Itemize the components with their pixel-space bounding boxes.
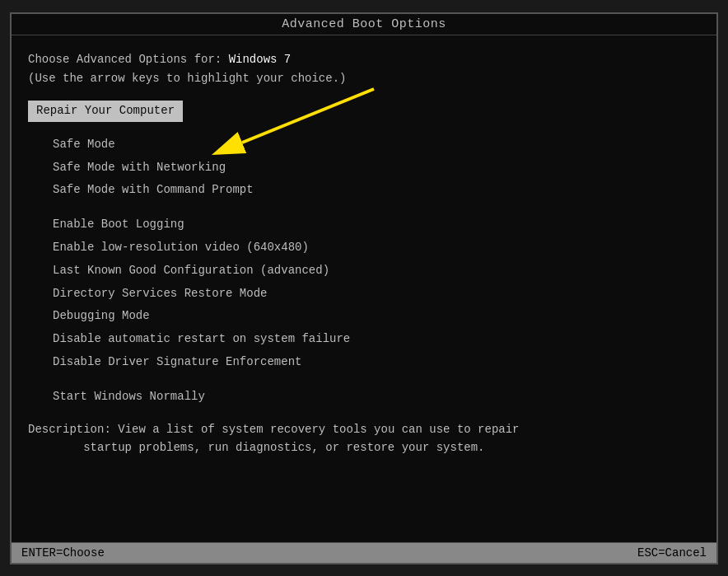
menu-item-low-res[interactable]: Enable low-resolution video (640x480) [28, 236, 700, 260]
bottom-right: ESC=Cancel [637, 546, 707, 560]
menu-item-boot-logging[interactable]: Enable Boot Logging [28, 213, 700, 236]
header-os: Windows 7 [229, 53, 292, 66]
menu-item-directory-services[interactable]: Directory Services Restore Mode [28, 283, 700, 306]
header-line2: (Use the arrow keys to highlight your ch… [28, 69, 700, 89]
title-text: Advanced Boot Options [282, 17, 446, 31]
menu-group-advanced: Enable Boot Logging Enable low-resolutio… [28, 213, 700, 374]
header-line1: Choose Advanced Options for: Windows 7 [28, 50, 700, 70]
menu-group-safe: Safe Mode Safe Mode with Networking Safe… [28, 133, 700, 202]
menu-group-repair: Repair Your Computer [28, 101, 700, 122]
header-prefix: Choose Advanced Options for: [28, 53, 229, 66]
menu-item-safe-mode[interactable]: Safe Mode [28, 133, 700, 157]
menu-item-safe-mode-cmd[interactable]: Safe Mode with Command Prompt [28, 179, 700, 202]
menu-item-disable-driver-sig[interactable]: Disable Driver Signature Enforcement [28, 351, 700, 374]
menu-group-normal: Start Windows Normally [28, 386, 700, 409]
bottom-left: ENTER=Choose [21, 546, 105, 560]
menu-item-repair[interactable]: Repair Your Computer [28, 101, 183, 122]
bottom-bar: ENTER=Choose ESC=Cancel [12, 542, 716, 563]
description-section: Description: View a list of system recov… [28, 420, 700, 457]
menu-item-start-normal[interactable]: Start Windows Normally [28, 386, 700, 409]
boot-screen: Advanced Boot Options Choose Advanced Op… [10, 12, 718, 564]
menu-item-debugging[interactable]: Debugging Mode [28, 305, 700, 328]
header-section: Choose Advanced Options for: Windows 7 (… [28, 50, 700, 90]
title-bar: Advanced Boot Options [12, 14, 716, 35]
menu-item-disable-restart[interactable]: Disable automatic restart on system fail… [28, 328, 700, 351]
main-content: Choose Advanced Options for: Windows 7 (… [12, 35, 716, 542]
menu-item-safe-mode-networking[interactable]: Safe Mode with Networking [28, 157, 700, 180]
description-label: Description: [28, 423, 111, 436]
menu-item-last-known-good[interactable]: Last Known Good Configuration (advanced) [28, 260, 700, 283]
